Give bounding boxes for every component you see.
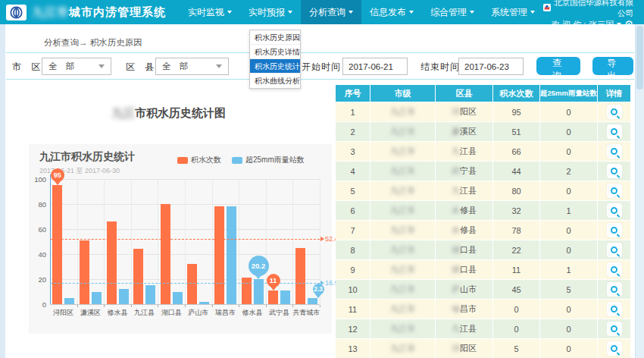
bar-station-4[interactable] xyxy=(173,292,183,305)
city-name-blurred: 九江市 xyxy=(390,165,415,177)
cell-station-count: 1 xyxy=(540,201,598,221)
city-select[interactable]: 全 部 xyxy=(42,58,111,75)
nav-item-4[interactable]: 综合管理 xyxy=(422,0,483,24)
detail-button[interactable] xyxy=(607,203,622,218)
nav-item-1[interactable]: 实时预报 xyxy=(240,0,301,24)
bar-flood-4[interactable] xyxy=(161,204,170,304)
markpoint-value: 95 xyxy=(54,171,61,179)
export-button[interactable]: 导 出 xyxy=(592,57,633,75)
cell-city: 九江市 xyxy=(370,280,436,300)
legend-item-0[interactable]: 积水次数 xyxy=(177,155,221,165)
menu-item-0[interactable]: 积水历史原因 xyxy=(250,30,300,45)
user-menu-caret-icon[interactable] xyxy=(617,23,621,26)
legend-label: 超25mm雨量站数 xyxy=(245,155,305,165)
bar-flood-1[interactable] xyxy=(80,240,89,304)
cell-station-count: 2 xyxy=(540,162,598,181)
bar-station-9[interactable] xyxy=(308,298,317,304)
company-name: 北京国信华源科技有限公司 xyxy=(554,0,633,18)
city-filter-label: 市 区 xyxy=(12,61,44,74)
detail-button[interactable] xyxy=(607,223,622,237)
nav-item-2[interactable]: 分析查询 xyxy=(301,0,361,24)
bar-flood-3[interactable] xyxy=(133,249,143,304)
detail-button[interactable] xyxy=(607,164,622,178)
end-date-input[interactable] xyxy=(458,58,524,75)
nav-caret-icon xyxy=(409,11,414,14)
detail-button[interactable] xyxy=(607,302,622,316)
table-header-cell: 市级 xyxy=(370,85,436,102)
magnifier-search-icon xyxy=(611,148,617,155)
table-header-cell: 详情 xyxy=(598,85,631,102)
county-select[interactable]: 全 部 xyxy=(155,58,229,75)
cell-flood-count: 80 xyxy=(493,181,540,201)
county-prefix-blurred: 浔 xyxy=(452,106,460,118)
x-axis-tick xyxy=(158,305,158,307)
nav-item-0[interactable]: 实时监视 xyxy=(180,0,240,24)
detail-button[interactable] xyxy=(607,144,622,159)
y-axis-tick-label: 0 xyxy=(28,300,46,309)
city-name-blurred: 九江市 xyxy=(390,323,415,334)
table-row: 8九江市湖口县220 xyxy=(336,240,633,260)
cell-city: 九江市 xyxy=(370,122,436,142)
markpoint-1: 20.2 xyxy=(249,256,269,276)
scrollbar-thumb[interactable] xyxy=(636,26,643,90)
bar-station-1[interactable] xyxy=(92,292,102,305)
nav-item-3[interactable]: 信息发布 xyxy=(361,0,422,24)
detail-button[interactable] xyxy=(607,105,622,119)
bar-flood-9[interactable] xyxy=(295,248,305,304)
legend-item-1[interactable]: 超25mm雨量站数 xyxy=(232,155,305,165)
chart-panel-title-blurred: 九江 xyxy=(112,106,135,119)
county-prefix-blurred: 湖 xyxy=(452,244,460,256)
menu-item-2[interactable]: 积水历史统计 xyxy=(250,59,300,74)
cell-county: 瑞昌市 xyxy=(436,300,493,319)
cell-detail xyxy=(598,122,631,142)
detail-button[interactable] xyxy=(607,341,622,356)
bar-station-5[interactable] xyxy=(199,302,209,304)
nav-item-5[interactable]: 系统管理 xyxy=(483,0,543,24)
cell-city: 九江市 xyxy=(370,339,436,358)
cell-flood-count: 44 xyxy=(493,162,540,181)
bar-flood-2[interactable] xyxy=(107,221,117,304)
cell-index: 7 xyxy=(336,221,370,240)
bar-flood-8[interactable] xyxy=(268,290,278,304)
detail-button[interactable] xyxy=(607,243,622,257)
markpoint-value: 11 xyxy=(270,277,277,284)
county-prefix-blurred: 瑞 xyxy=(452,303,460,315)
vertical-scrollbar[interactable] xyxy=(635,24,644,358)
table-row: 12九江市九江县00 xyxy=(336,319,633,339)
cell-city: 九江市 xyxy=(370,221,436,240)
menu-item-3[interactable]: 积水曲线分析 xyxy=(250,74,300,88)
bar-station-3[interactable] xyxy=(145,285,155,304)
bar-flood-0[interactable] xyxy=(52,185,62,304)
start-date-input[interactable] xyxy=(342,58,408,75)
county-prefix-blurred: 永 xyxy=(452,225,460,236)
bar-station-0[interactable] xyxy=(64,298,74,304)
bar-flood-6[interactable] xyxy=(214,206,224,304)
nav-caret-icon xyxy=(288,11,292,14)
app-root: 九江市城市内涝管理系统 实时监视实时预报分析查询信息发布综合管理系统管理 北京国… xyxy=(0,0,644,358)
cell-station-count: 0 xyxy=(540,181,598,201)
end-date-label: 结束时间 xyxy=(420,61,460,74)
bar-flood-5[interactable] xyxy=(187,264,197,304)
bar-flood-7[interactable] xyxy=(242,278,252,304)
detail-button[interactable] xyxy=(607,184,622,198)
bar-station-6[interactable] xyxy=(227,206,236,304)
magnifier-search-icon xyxy=(611,227,617,234)
detail-button[interactable] xyxy=(607,322,622,336)
user-name[interactable]: 张三国 xyxy=(589,19,614,30)
bar-station-8[interactable] xyxy=(280,290,290,304)
cell-flood-count: 22 xyxy=(493,240,540,260)
table-row: 5九江市九江县800 xyxy=(336,181,633,201)
county-suffix: 阳区 xyxy=(460,106,477,118)
cell-detail xyxy=(598,260,631,280)
detail-button[interactable] xyxy=(607,262,622,277)
bar-station-2[interactable] xyxy=(119,289,129,304)
cell-county: 九江县 xyxy=(436,319,493,339)
menu-item-1[interactable]: 积水历史详情 xyxy=(250,45,300,59)
detail-button[interactable] xyxy=(607,124,622,139)
query-button[interactable]: 查 询 xyxy=(536,57,580,75)
cell-flood-count: 45 xyxy=(493,280,540,300)
settings-gear-icon[interactable]: ⚙ xyxy=(624,20,633,29)
county-suffix: 修县 xyxy=(460,205,477,216)
city-name-blurred: 九江市 xyxy=(390,185,415,196)
detail-button[interactable] xyxy=(607,282,622,297)
